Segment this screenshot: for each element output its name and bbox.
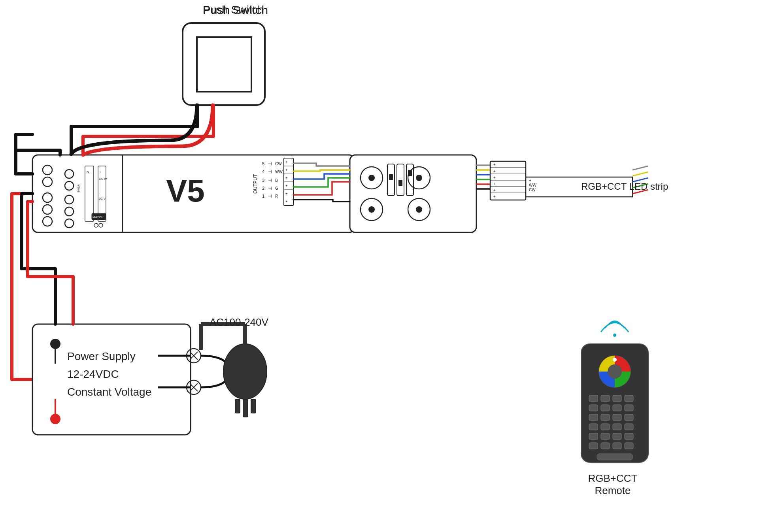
svg-text:+: +	[285, 200, 287, 204]
svg-point-7	[43, 193, 52, 202]
svg-point-6	[43, 177, 52, 187]
svg-point-12	[65, 195, 74, 204]
svg-rect-133	[625, 433, 633, 440]
svg-text:G: G	[275, 186, 278, 191]
svg-point-14	[65, 219, 74, 228]
svg-rect-128	[613, 424, 621, 430]
svg-point-25	[94, 223, 98, 227]
svg-point-113	[613, 358, 617, 362]
svg-rect-1	[197, 37, 251, 92]
svg-point-109	[613, 334, 616, 337]
svg-text:2: 2	[262, 186, 264, 191]
svg-text:+: +	[493, 162, 496, 167]
svg-rect-105	[243, 399, 248, 417]
svg-line-86	[632, 172, 648, 176]
main-diagram-svg: V5 N Switch + DC V+ - DC V- MATCH	[0, 0, 759, 532]
svg-point-5	[43, 165, 52, 175]
svg-text:+: +	[285, 160, 287, 164]
svg-text:R: R	[275, 194, 278, 198]
svg-line-100	[190, 383, 198, 391]
svg-point-58	[368, 206, 375, 213]
svg-text:+: +	[99, 170, 101, 174]
svg-text:+: +	[285, 184, 287, 188]
svg-text:DC V-: DC V-	[99, 197, 106, 200]
svg-text:⊣: ⊣	[268, 169, 272, 174]
svg-rect-64	[389, 174, 393, 180]
svg-rect-116	[613, 395, 621, 402]
diagram-container: Push Switch V5	[0, 0, 759, 532]
svg-rect-132	[613, 433, 621, 440]
svg-rect-123	[601, 414, 610, 421]
svg-point-61	[408, 198, 430, 221]
svg-rect-15	[85, 166, 94, 221]
svg-point-9	[43, 217, 52, 226]
svg-rect-43	[284, 158, 293, 206]
svg-text:1: 1	[262, 194, 264, 198]
svg-text:WW: WW	[275, 170, 283, 174]
svg-point-92	[51, 414, 60, 424]
rgb-cct-led-strip-label: RGB+CCT LED strip	[581, 181, 668, 192]
svg-rect-67	[406, 164, 413, 196]
svg-text:⊣: ⊣	[268, 161, 272, 166]
svg-text:+: +	[285, 176, 287, 180]
svg-rect-65	[397, 164, 404, 196]
svg-text:+: +	[493, 188, 496, 192]
svg-point-111	[599, 356, 631, 387]
svg-rect-131	[601, 433, 610, 440]
svg-rect-129	[625, 424, 633, 430]
svg-text:+: +	[493, 182, 496, 186]
svg-text:N: N	[87, 170, 89, 174]
svg-text:5: 5	[262, 161, 264, 166]
svg-text:V5: V5	[166, 173, 205, 208]
svg-point-11	[65, 181, 74, 190]
svg-rect-106	[251, 399, 256, 413]
svg-point-103	[223, 344, 267, 399]
svg-text:CW: CW	[529, 188, 536, 192]
svg-rect-135	[601, 443, 610, 449]
svg-text:+: +	[285, 192, 287, 196]
svg-text:+: +	[493, 175, 496, 180]
svg-rect-121	[625, 405, 633, 411]
svg-line-97	[190, 352, 198, 360]
svg-rect-137	[625, 443, 633, 449]
svg-text:WW: WW	[529, 183, 536, 187]
svg-text:OUTPUT: OUTPUT	[253, 174, 258, 194]
svg-text:3: 3	[262, 178, 264, 183]
svg-text:⊣: ⊣	[268, 186, 272, 191]
svg-rect-68	[408, 170, 412, 176]
svg-point-59	[408, 167, 430, 189]
svg-text:4: 4	[262, 169, 264, 174]
svg-rect-66	[398, 180, 402, 186]
svg-point-26	[99, 223, 103, 227]
svg-rect-138	[597, 454, 632, 460]
svg-text:B: B	[275, 178, 278, 183]
svg-rect-124	[613, 414, 621, 421]
svg-rect-117	[625, 395, 633, 402]
svg-rect-119	[601, 405, 610, 411]
svg-text:+: +	[493, 194, 496, 199]
svg-rect-115	[601, 395, 610, 402]
svg-point-112	[608, 364, 622, 379]
ac-voltage-label: AC100-240V	[210, 316, 268, 328]
svg-point-13	[65, 207, 74, 216]
svg-rect-104	[235, 399, 240, 413]
svg-text:CW: CW	[275, 162, 282, 166]
svg-rect-120	[613, 405, 621, 411]
svg-point-57	[361, 198, 383, 221]
svg-point-56	[368, 175, 375, 181]
svg-rect-122	[589, 414, 598, 421]
svg-rect-110	[581, 344, 648, 462]
svg-rect-126	[589, 424, 598, 430]
svg-rect-69	[490, 161, 526, 200]
svg-rect-2	[32, 155, 355, 232]
svg-point-10	[65, 170, 74, 178]
svg-point-98	[187, 380, 201, 394]
power-supply-label: Power Supply 12-24VDC Constant Voltage	[67, 348, 151, 401]
svg-point-8	[43, 205, 52, 214]
svg-point-95	[187, 349, 201, 363]
rgb-cct-remote-label: RGB+CCT Remote	[573, 472, 652, 497]
svg-text:+: +	[529, 178, 531, 183]
svg-rect-134	[589, 443, 598, 449]
svg-rect-130	[589, 433, 598, 440]
push-switch-label: Push Switch	[203, 4, 268, 17]
